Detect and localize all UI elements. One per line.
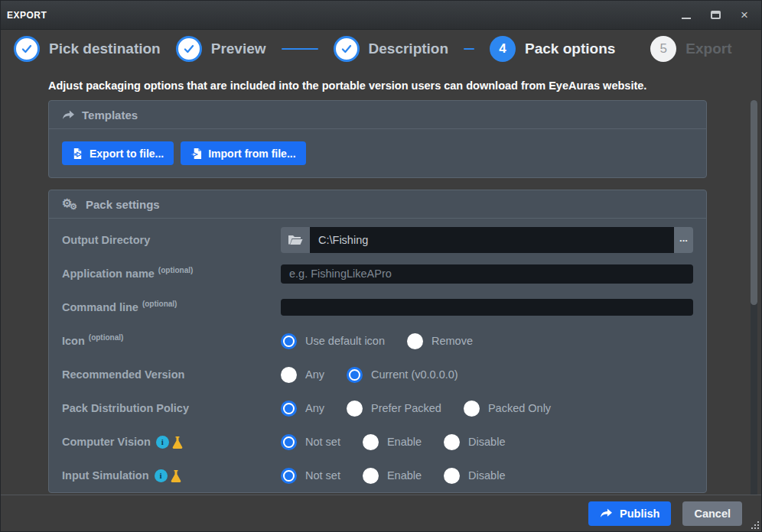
input-simulation-label: Input Simulation i <box>62 469 281 482</box>
step-done-icon <box>334 36 360 62</box>
folder-picker-button[interactable] <box>281 227 310 253</box>
step-preview[interactable]: Preview <box>176 36 282 62</box>
radio-unselected-icon <box>444 468 460 484</box>
radio-unselected-icon <box>464 401 480 417</box>
vertical-scrollbar-thumb[interactable] <box>751 100 757 305</box>
vertical-scrollbar-track[interactable] <box>751 100 757 495</box>
export-dialog: EXPORT × Pick destination Preview <box>0 0 762 532</box>
pack-distribution-policy-label: Pack Distribution Policy <box>62 402 281 414</box>
radio-cv-enable[interactable]: Enable <box>363 434 422 450</box>
output-directory-group: ... <box>281 227 693 253</box>
radio-unselected-icon <box>363 434 379 450</box>
step-done-icon <box>14 36 40 62</box>
radio-prefer-packed[interactable]: Prefer Packed <box>347 401 441 417</box>
computer-vision-label: Computer Vision i <box>62 436 281 449</box>
input-simulation-radio-group: Not set Enable Disable <box>281 468 505 484</box>
cancel-button[interactable]: Cancel <box>682 501 742 526</box>
recommended-version-row: Recommended Version Any Current (v0.0.0.… <box>49 358 706 391</box>
flask-icon <box>171 469 181 482</box>
pack-settings-title: Pack settings <box>86 198 160 211</box>
step-description[interactable]: Description <box>334 36 464 62</box>
import-from-file-label: Import from file... <box>208 148 295 160</box>
flask-icon <box>172 436 183 449</box>
step-pick-destination[interactable]: Pick destination <box>14 36 176 62</box>
info-icon[interactable]: i <box>156 436 169 449</box>
optional-tag: (optional) <box>89 333 124 342</box>
dialog-content: Pick destination Preview Description 4 P… <box>1 30 761 495</box>
templates-panel-header: Templates <box>49 101 706 129</box>
pack-settings-body: Output Directory ... <box>49 219 706 492</box>
radio-is-enable[interactable]: Enable <box>363 468 422 484</box>
pack-distribution-policy-row: Pack Distribution Policy Any Prefer Pack… <box>49 391 706 425</box>
radio-use-default-icon[interactable]: Use default icon <box>281 333 385 349</box>
step-label: Pick destination <box>49 41 161 57</box>
radio-packed-only[interactable]: Packed Only <box>464 401 551 417</box>
stepper-connector <box>282 48 318 50</box>
command-line-row: Command line (optional) <box>49 290 706 324</box>
radio-cv-not-set[interactable]: Not set <box>281 434 340 450</box>
application-name-input[interactable] <box>281 264 693 284</box>
resize-grip[interactable] <box>749 519 760 530</box>
step-done-icon <box>176 36 202 62</box>
window-controls: × <box>680 9 751 21</box>
templates-panel: Templates Export to file... <box>48 100 707 178</box>
radio-selected-icon <box>281 401 297 417</box>
close-icon: × <box>741 9 748 21</box>
share-arrow-icon <box>62 109 75 121</box>
check-icon <box>340 42 353 56</box>
step-label: Description <box>369 41 449 57</box>
radio-cv-disable[interactable]: Disable <box>444 434 505 450</box>
radio-unselected-icon <box>407 333 423 349</box>
close-button[interactable]: × <box>738 9 751 21</box>
optional-tag: (optional) <box>142 300 177 308</box>
recommended-version-label: Recommended Version <box>62 368 281 381</box>
radio-unselected-icon <box>347 401 363 417</box>
pack-settings-panel: ⚙⚙ Pack settings Output Directory <box>48 190 707 493</box>
radio-remove[interactable]: Remove <box>407 333 473 349</box>
minimize-button[interactable] <box>680 9 692 21</box>
publish-button[interactable]: Publish <box>588 501 671 526</box>
optional-tag: (optional) <box>158 266 194 274</box>
radio-current-version[interactable]: Current (v0.0.0.0) <box>347 367 458 383</box>
radio-is-disable[interactable]: Disable <box>444 468 505 484</box>
file-import-icon <box>190 148 202 160</box>
application-name-label: Application name (optional) <box>62 268 281 280</box>
input-simulation-row: Input Simulation i Not set <box>49 459 706 492</box>
check-icon <box>182 42 196 56</box>
publish-arrow-icon <box>600 508 613 519</box>
maximize-button[interactable] <box>709 9 721 21</box>
export-to-file-button[interactable]: Export to file... <box>62 141 174 165</box>
dialog-footer: Publish Cancel <box>1 495 761 531</box>
check-icon <box>20 42 34 56</box>
pack-settings-header: ⚙⚙ Pack settings <box>49 190 706 219</box>
pack-distribution-radio-group: Any Prefer Packed Packed Only <box>281 401 551 417</box>
window-title: EXPORT <box>7 10 47 21</box>
intro-text: Adjust packaging options that are includ… <box>48 79 707 92</box>
command-line-label: Command line (optional) <box>62 301 281 313</box>
radio-is-not-set[interactable]: Not set <box>281 468 340 484</box>
titlebar: EXPORT × <box>1 1 761 30</box>
import-from-file-button[interactable]: Import from file... <box>181 141 305 165</box>
info-icon[interactable]: i <box>155 469 168 482</box>
output-directory-input[interactable] <box>310 227 674 253</box>
command-line-input[interactable] <box>281 299 693 316</box>
recommended-version-radio-group: Any Current (v0.0.0.0) <box>281 367 458 383</box>
browse-button[interactable]: ... <box>674 227 693 253</box>
step-export[interactable]: 5 Export <box>650 36 747 62</box>
step-number-badge: 4 <box>490 36 516 62</box>
radio-selected-icon <box>281 468 297 484</box>
icon-radio-group: Use default icon Remove <box>281 333 473 349</box>
icon-row: Icon (optional) Use default icon Remove <box>49 324 706 358</box>
radio-unselected-icon <box>281 367 297 383</box>
step-number-badge: 5 <box>650 36 676 62</box>
radio-any-distribution[interactable]: Any <box>281 401 324 417</box>
step-label: Preview <box>211 41 266 57</box>
radio-selected-icon <box>347 367 363 383</box>
publish-label: Publish <box>620 508 659 520</box>
step-pack-options[interactable]: 4 Pack options <box>490 36 630 62</box>
stepper-connector <box>464 48 474 50</box>
radio-unselected-icon <box>444 434 460 450</box>
templates-panel-body: Export to file... Import from file... <box>49 129 706 177</box>
radio-any-version[interactable]: Any <box>281 367 324 383</box>
output-directory-label: Output Directory <box>62 234 281 246</box>
